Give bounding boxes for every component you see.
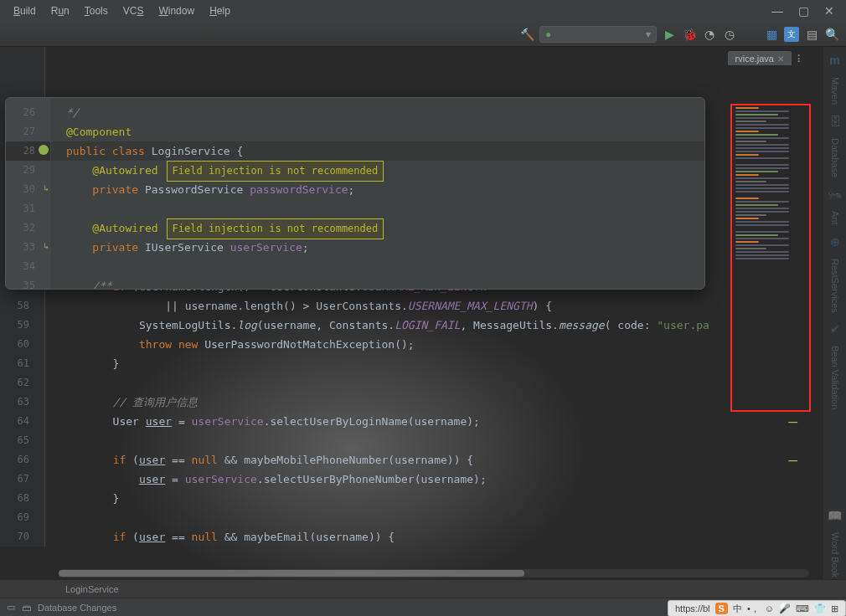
menu-window[interactable]: Window (152, 3, 201, 19)
status-db-icon[interactable]: 🗃 (22, 603, 31, 613)
hammer-icon[interactable]: 🔨 (519, 27, 534, 42)
close-button[interactable]: ✕ (824, 4, 834, 18)
window-controls: — ▢ ✕ (771, 4, 839, 18)
toolwindow-wordbook[interactable]: Word Book (830, 531, 840, 579)
translate-icon[interactable]: 文 (784, 27, 799, 42)
run-button[interactable]: ▶ (662, 27, 677, 42)
menu-bar: Build Run Tools VCS Window Help — ▢ ✕ (0, 0, 846, 22)
project-structure-icon[interactable]: ▦ (764, 27, 779, 42)
ime-bar: https://bl S 中 •， ☺ 🎤 ⌨ 👕 ⊞ (668, 600, 846, 616)
minimize-button[interactable]: — (771, 4, 783, 18)
breadcrumb-bar: LoginService (0, 579, 846, 598)
status-db-changes[interactable]: Database Changes (38, 603, 116, 613)
code-minimap[interactable] (730, 104, 811, 412)
maven-icon[interactable]: m (829, 54, 839, 67)
run-config-selector[interactable]: ● ▾ (539, 26, 657, 43)
ant-icon[interactable]: 🐜 (828, 187, 842, 201)
editor-area: rvice.java ✕ ⠇ 5657585960616263646566676… (0, 47, 846, 579)
ime-skin-icon[interactable]: 👕 (814, 603, 826, 614)
toolwindow-ant[interactable]: Ant (830, 209, 840, 227)
scrollbar-thumb[interactable] (59, 570, 524, 577)
profile-button[interactable]: ◷ (722, 27, 737, 42)
menu-tools[interactable]: Tools (78, 3, 115, 19)
ime-toolbox-icon[interactable]: ⊞ (831, 603, 838, 614)
horizontal-scrollbar[interactable] (59, 569, 809, 578)
toolwindow-rest[interactable]: RestServices (830, 257, 840, 315)
database-icon[interactable]: 🗄 (829, 115, 841, 128)
coverage-button[interactable]: ◔ (702, 27, 717, 42)
menu-help[interactable]: Help (203, 3, 237, 19)
right-toolwindow-bar: m Maven 🗄 Database 🐜 Ant ⊕ RestServices … (823, 47, 846, 579)
quick-definition-popup[interactable]: 2627282930↳313233↳3435 */@Componentpubli… (5, 97, 705, 290)
toolwindow-beanvalidation[interactable]: Bean Validation (830, 344, 840, 411)
main-toolbar: 🔨 ● ▾ ▶ 🐞 ◔ ◷ ▦ 文 ▤ 🔍 (0, 22, 846, 47)
rest-icon[interactable]: ⊕ (830, 235, 840, 249)
settings-icon[interactable]: ▤ (804, 27, 819, 42)
ime-logo-icon[interactable]: S (715, 603, 728, 614)
ime-emoji-icon[interactable]: ☺ (765, 603, 774, 613)
toolwindow-maven[interactable]: Maven (830, 75, 840, 106)
menu-vcs[interactable]: VCS (116, 3, 151, 19)
wordbook-icon[interactable]: 📖 (828, 509, 842, 522)
ime-punct-icon[interactable]: •， (747, 603, 760, 615)
toolwindow-database[interactable]: Database (830, 136, 840, 179)
ime-keyboard-icon[interactable]: ⌨ (796, 603, 809, 614)
ime-voice-icon[interactable]: 🎤 (779, 603, 791, 614)
debug-button[interactable]: 🐞 (682, 27, 697, 42)
hide-toolwindow-icon[interactable]: ▭ (7, 602, 15, 613)
ime-url: https://bl (675, 603, 710, 613)
ime-lang[interactable]: 中 (733, 603, 742, 615)
maximize-button[interactable]: ▢ (798, 4, 809, 18)
popup-code: */@Componentpublic class LoginService { … (51, 98, 704, 289)
menu-run[interactable]: Run (44, 3, 76, 19)
popup-gutter: 2627282930↳313233↳3435 (6, 98, 51, 290)
bean-validation-icon[interactable]: ✔ (830, 322, 840, 336)
search-everywhere-icon[interactable]: 🔍 (824, 27, 839, 42)
menu-build[interactable]: Build (7, 3, 43, 19)
breadcrumb-class[interactable]: LoginService (65, 584, 119, 594)
